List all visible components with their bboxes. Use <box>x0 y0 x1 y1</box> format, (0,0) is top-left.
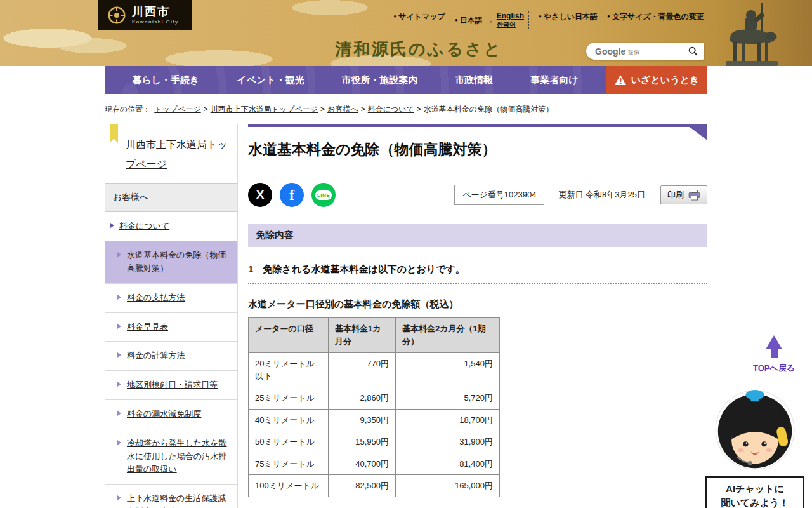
google-brand-label: Google <box>595 46 625 57</box>
triangle-bullet-icon <box>117 252 121 257</box>
table-cell: 770円 <box>329 353 396 387</box>
table-row: 50ミリメートル15,950円31,900円 <box>249 431 500 453</box>
breadcrumb-link[interactable]: お客様へ <box>327 105 358 114</box>
table-cell: 82,500円 <box>329 475 396 497</box>
nav-item[interactable]: 市役所・施設案内 <box>342 74 418 86</box>
sidebar-section-customers[interactable]: お客様へ <box>105 184 237 212</box>
ai-chat-widget[interactable]: AIチャットに 聞いてみよう！ <box>705 389 804 508</box>
line-logo-icon: LINE <box>315 190 332 200</box>
breadcrumb-link[interactable]: 川西市上下水道局トップページ <box>211 105 318 114</box>
breadcrumb-links: トップページ>川西市上下水道局トップページ>お客様へ>料金について>水道基本料金… <box>154 105 553 114</box>
sidebar-menu: 料金について水道基本料金の免除（物価高騰対策）料金の支払方法料金早見表料金の計算… <box>105 212 237 508</box>
city-name: 川西市 Kawanishi City <box>132 6 178 25</box>
back-to-top-label: TOPへ戻る <box>750 363 798 374</box>
x-logo-icon: X <box>256 188 265 202</box>
page-title: 水道基本料金の免除（物価高騰対策） <box>248 127 707 170</box>
table-header-cell: 基本料金2カ月分（1期分） <box>396 318 500 353</box>
table-cell: 25ミリメートル <box>249 387 329 410</box>
language-options: English 한국어 <box>497 12 524 28</box>
table-row: 25ミリメートル2,860円5,720円 <box>249 387 500 410</box>
table-cell: 50ミリメートル <box>249 431 329 453</box>
table-cell: 2,860円 <box>329 387 396 410</box>
table-cell: 15,950円 <box>329 431 396 453</box>
sidebar-item[interactable]: 料金早見表 <box>105 313 237 342</box>
share-line-button[interactable]: LINE <box>311 183 336 207</box>
table-caption: 水道メーター口径別の基本料金の免除額（税込） <box>248 298 707 311</box>
triangle-bullet-icon <box>117 324 121 329</box>
share-row: X f LINE ページ番号1023904 更新日 令和8年3月25日 印刷 <box>248 183 707 207</box>
breadcrumb-link[interactable]: 料金について <box>368 105 414 114</box>
sidebar-item-current[interactable]: 水道基本料金の免除（物価高騰対策） <box>105 241 237 284</box>
city-name-ja: 川西市 <box>132 6 178 17</box>
breadcrumb: 現在の位置：トップページ>川西市上下水道局トップページ>お客様へ>料金について>… <box>105 104 812 115</box>
table-row: 20ミリメートル以下770円1,540円 <box>249 353 500 387</box>
sidebar-item[interactable]: 地区別検針日・請求日等 <box>105 371 237 400</box>
table-cell: 9,350円 <box>329 409 396 431</box>
breadcrumb-label: 現在の位置： <box>105 105 150 114</box>
nav-item[interactable]: 事業者向け <box>530 74 578 86</box>
arrow-right-icon: → <box>486 16 494 25</box>
table-cell: 81,400円 <box>396 453 500 475</box>
share-x-button[interactable]: X <box>248 183 272 207</box>
main-nav: 暮らし・手続きイベント・観光市役所・施設案内市政情報事業者向け いざというとき <box>105 66 707 94</box>
updated-date: 更新日 令和8年3月25日 <box>558 189 645 201</box>
fee-table-body: 20ミリメートル以下770円1,540円25ミリメートル2,860円5,720円… <box>249 353 500 497</box>
site-search[interactable]: Google 提供 <box>586 43 704 60</box>
samurai-statue-image <box>718 1 782 69</box>
table-cell: 40,700円 <box>329 453 396 475</box>
table-header-cell: メーターの口径 <box>249 318 329 353</box>
table-cell: 100ミリメートル <box>249 475 329 497</box>
city-logo-link[interactable]: 川西市 Kawanishi City <box>98 0 192 30</box>
sidebar-item-label: 料金について <box>119 221 169 231</box>
utility-nav: サイトマップ 日本語 → English 한국어 やさしい日本語 文字サイズ・背… <box>393 11 704 29</box>
city-emblem-icon <box>107 6 126 25</box>
share-facebook-button[interactable]: f <box>280 183 304 207</box>
triangle-bullet-icon <box>117 295 121 300</box>
sidebar-item[interactable]: 料金の計算方法 <box>105 342 237 371</box>
korean-link[interactable]: 한국어 <box>497 21 516 29</box>
table-header-cell: 基本料金1カ月分 <box>329 318 396 353</box>
city-name-en: Kawanishi City <box>132 19 178 25</box>
sidebar-item[interactable]: 料金の支払方法 <box>105 284 237 313</box>
back-to-top-button[interactable]: TOPへ戻る <box>750 335 798 374</box>
english-link[interactable]: English <box>497 12 524 21</box>
sidebar-title-link[interactable]: 川西市上下水道局トップページ <box>105 124 237 184</box>
print-button[interactable]: 印刷 <box>660 185 707 204</box>
sidebar-item-label: 料金早見表 <box>127 322 168 331</box>
breadcrumb-separator: > <box>361 105 365 114</box>
nav-item[interactable]: 市政情報 <box>455 74 493 86</box>
printer-icon <box>688 190 700 201</box>
triangle-bullet-icon <box>117 382 121 387</box>
sidebar-item[interactable]: 料金の漏水減免制度 <box>105 400 237 429</box>
sitemap-link[interactable]: サイトマップ <box>393 11 445 22</box>
emergency-button[interactable]: いざというとき <box>606 66 707 94</box>
print-label: 印刷 <box>667 189 684 201</box>
search-button[interactable] <box>687 45 699 57</box>
heading-exempted-fees: 1 免除される水道基本料金は以下のとおりです。 <box>248 264 707 284</box>
triangle-bullet-icon <box>110 223 114 228</box>
sidebar-item-label: 冷却塔から発生した水を散水に使用した場合の汚水排出量の取扱い <box>127 438 227 474</box>
easy-japanese-link[interactable]: やさしい日本語 <box>539 11 598 22</box>
content-top-accent <box>248 124 707 127</box>
table-cell: 40ミリメートル <box>249 409 329 431</box>
table-cell: 20ミリメートル以下 <box>249 353 329 387</box>
sidebar-item[interactable]: 冷却塔から発生した水を散水に使用した場合の汚水排出量の取扱い <box>105 429 237 485</box>
sidebar-item-label: 料金の計算方法 <box>127 351 185 360</box>
breadcrumb-link[interactable]: トップページ <box>154 105 200 114</box>
fee-table: メーターの口径基本料金1カ月分基本料金2カ月分（1期分） 20ミリメートル以下7… <box>248 317 500 497</box>
site-header: 川西市 Kawanishi City サイトマップ 日本語 → English … <box>0 0 812 66</box>
main-content: 水道基本料金の免除（物価高騰対策） X f LINE ページ番号1023904 … <box>248 124 707 508</box>
main-nav-items: 暮らし・手続きイベント・観光市役所・施設案内市政情報事業者向け <box>105 66 606 94</box>
current-language-label: 日本語 <box>455 15 483 26</box>
sidebar-item-label: 上下水道料金の生活保護減免制度を廃止しま <box>127 493 226 508</box>
text-size-settings-link[interactable]: 文字サイズ・背景色の変更 <box>607 11 704 22</box>
table-cell: 1,540円 <box>396 353 500 387</box>
nav-item[interactable]: 暮らし・手続き <box>132 74 199 86</box>
sidebar: 川西市上下水道局トップページ お客様へ 料金について水道基本料金の免除（物価高騰… <box>105 124 238 508</box>
sidebar-item[interactable]: 料金について <box>105 212 237 241</box>
sidebar-item[interactable]: 上下水道料金の生活保護減免制度を廃止しま <box>105 485 237 508</box>
nav-item[interactable]: イベント・観光 <box>237 74 304 86</box>
emergency-label: いざというとき <box>631 74 699 86</box>
breadcrumb-separator: > <box>417 105 421 114</box>
section-header-exemption: 免除内容 <box>248 224 707 247</box>
